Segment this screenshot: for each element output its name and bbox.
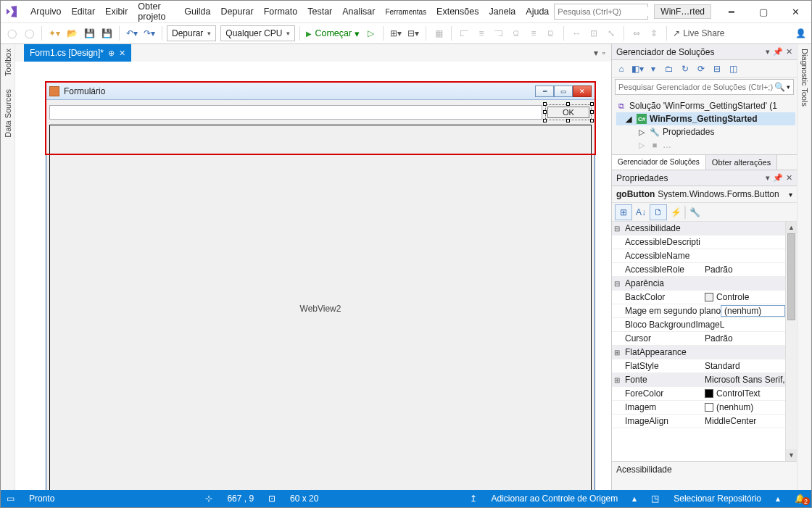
save-all-icon[interactable]: 💾 bbox=[99, 25, 115, 41]
tab-form1-design[interactable]: Form1.cs [Design]* ⊕ ✕ bbox=[24, 44, 131, 62]
source-control-icon[interactable]: ↥ bbox=[470, 494, 477, 504]
close-tab-icon[interactable]: ✕ bbox=[119, 49, 125, 58]
menu-format[interactable]: Formato bbox=[259, 4, 303, 20]
tab-get-changes[interactable]: Obter alterações bbox=[706, 155, 777, 170]
align-right-icon[interactable]: ⫎ bbox=[491, 25, 507, 41]
panel-close-icon[interactable]: ✕ bbox=[786, 47, 792, 57]
panel-close-icon[interactable]: ✕ bbox=[786, 173, 792, 183]
panel-dropdown-icon[interactable]: ▾ bbox=[766, 173, 770, 183]
menu-guild[interactable]: Guilda bbox=[179, 4, 215, 20]
menu-debug[interactable]: Depurar bbox=[215, 4, 258, 20]
new-item-icon[interactable]: ✦▾ bbox=[46, 25, 62, 41]
designer-surface[interactable]: Formulário ━ ▭ ✕ OK bbox=[15, 62, 611, 490]
platform-combo[interactable]: Qualquer CPU bbox=[220, 25, 295, 41]
properties-scrollbar[interactable]: ▲ ▼ bbox=[785, 222, 797, 461]
expander-open-icon[interactable]: ◢ bbox=[624, 114, 634, 124]
nav-fwd-icon[interactable]: ◯ bbox=[21, 25, 37, 41]
toolbox-tab[interactable]: Toolbox bbox=[4, 49, 12, 76]
ok-button-selection[interactable]: OK bbox=[545, 104, 592, 120]
sol-home-icon[interactable]: ⌂ bbox=[615, 64, 628, 74]
address-textbox[interactable] bbox=[49, 105, 542, 120]
panel-dropdown-icon[interactable]: ▾ bbox=[766, 47, 770, 57]
sol-scope-icon[interactable]: ▾ bbox=[647, 64, 660, 74]
ok-button[interactable]: OK bbox=[547, 107, 589, 118]
size-both-icon[interactable]: ⤡ bbox=[603, 25, 619, 41]
undo-icon[interactable]: ↶▾ bbox=[124, 25, 140, 41]
tree-project[interactable]: ◢ C# WinForms_GettingStarted bbox=[616, 112, 795, 125]
align-bottom-icon[interactable]: ⫒ bbox=[543, 25, 559, 41]
size-width-icon[interactable]: ↔ bbox=[568, 25, 584, 41]
menu-extensions[interactable]: Extensões bbox=[431, 4, 484, 20]
properties-view-icon[interactable]: 🗋 bbox=[650, 204, 667, 220]
quick-search-input[interactable] bbox=[558, 7, 658, 16]
save-icon[interactable]: 💾 bbox=[81, 25, 97, 41]
diagnostic-tools-tab[interactable]: Diagnostic Tools bbox=[800, 49, 809, 107]
webview2-control[interactable]: WebView2 bbox=[49, 125, 592, 490]
scroll-up-icon[interactable]: ▲ bbox=[786, 222, 797, 233]
expander-icon[interactable]: ⊟ bbox=[612, 225, 622, 233]
form-window[interactable]: Formulário ━ ▭ ✕ OK bbox=[46, 82, 595, 490]
expander-icon[interactable]: ⊞ bbox=[612, 376, 622, 384]
menu-get-project[interactable]: Obter projeto bbox=[133, 0, 179, 25]
scroll-down-icon[interactable]: ▼ bbox=[786, 449, 797, 461]
project-name-badge[interactable]: WinF…rted bbox=[654, 4, 711, 19]
solution-search-input[interactable] bbox=[618, 83, 774, 91]
chevron-down-icon[interactable]: ▾ bbox=[789, 191, 792, 199]
panel-pin-icon[interactable]: 📌 bbox=[773, 47, 783, 57]
properties-object-selector[interactable]: goButtonSystem.Windows.Forms.Button ▾ bbox=[612, 186, 797, 203]
nav-back-icon[interactable]: ◯ bbox=[4, 25, 20, 41]
status-source-control[interactable]: Adicionar ao Controle de Origem bbox=[492, 494, 618, 504]
scroll-thumb[interactable] bbox=[787, 233, 795, 320]
search-dropdown-icon[interactable]: ▾ bbox=[787, 83, 790, 91]
toolbar-misc-1-icon[interactable]: ⊞▾ bbox=[388, 25, 404, 41]
repo-icon[interactable]: ◳ bbox=[651, 494, 659, 504]
menu-help[interactable]: Ajuda bbox=[521, 4, 554, 20]
pin-icon[interactable]: ⊕ bbox=[108, 49, 115, 58]
window-minimize-icon[interactable]: ━ bbox=[716, 1, 747, 22]
status-repo[interactable]: Selecionar Repositório bbox=[674, 494, 761, 504]
start-debug-button[interactable]: Começar▾ bbox=[304, 25, 361, 41]
vspace-icon[interactable]: ⇕ bbox=[646, 25, 662, 41]
sol-refresh-icon[interactable]: ↻ bbox=[679, 64, 692, 74]
tab-overflow-icon[interactable]: ▾ bbox=[594, 48, 598, 58]
tree-solution-root[interactable]: ⧉ Solução 'WinForms_GettingStarted' (1 bbox=[616, 99, 795, 112]
form-max-icon[interactable]: ▭ bbox=[554, 86, 573, 97]
properties-grid[interactable]: ⊟Acessibilidade AccessibleDescripti Acce… bbox=[612, 222, 785, 461]
align-left-icon[interactable]: ⫍ bbox=[456, 25, 472, 41]
alphabetical-icon[interactable]: A↓ bbox=[632, 204, 650, 220]
sol-views-icon[interactable]: ◧▾ bbox=[631, 64, 644, 74]
menu-file[interactable]: Arquivo bbox=[25, 4, 66, 20]
tab-window-icon[interactable]: ▫ bbox=[602, 48, 605, 58]
property-pages-icon[interactable]: 🔧 bbox=[686, 204, 703, 220]
redo-icon[interactable]: ↷▾ bbox=[141, 25, 157, 41]
tree-more-node[interactable]: ▷■… bbox=[616, 138, 795, 151]
hspace-icon[interactable]: ⇔ bbox=[629, 25, 645, 41]
menu-view[interactable]: Exibir bbox=[100, 4, 133, 20]
tree-properties-node[interactable]: ▷ 🔧 Propriedades bbox=[616, 125, 795, 138]
liveshare-button[interactable]: ↗ Live Share bbox=[671, 25, 726, 41]
form-close-icon[interactable]: ✕ bbox=[573, 86, 592, 97]
sol-showall-icon[interactable]: 🗀 bbox=[663, 64, 676, 74]
notifications-icon[interactable]: 🔔 bbox=[795, 494, 805, 504]
window-close-icon[interactable]: ✕ bbox=[779, 1, 811, 22]
data-sources-tab[interactable]: Data Sources bbox=[4, 89, 12, 138]
start-nodebug-icon[interactable]: ▷ bbox=[362, 25, 378, 41]
sol-props-icon[interactable]: ◫ bbox=[726, 64, 740, 74]
tab-solution-explorer[interactable]: Gerenciador de Soluções bbox=[612, 155, 706, 170]
form-min-icon[interactable]: ━ bbox=[535, 86, 554, 97]
align-top-icon[interactable]: ⫑ bbox=[508, 25, 524, 41]
menu-window[interactable]: Janela bbox=[484, 4, 521, 20]
categorized-icon[interactable]: ⊞ bbox=[615, 204, 632, 220]
expander-closed-icon[interactable]: ▷ bbox=[637, 127, 647, 137]
expander-icon[interactable]: ⊟ bbox=[612, 280, 622, 288]
events-icon[interactable]: ⚡ bbox=[667, 204, 684, 220]
quick-search[interactable]: 🔍 bbox=[554, 4, 648, 20]
account-icon[interactable]: 👤 bbox=[792, 25, 808, 41]
sol-collapse-icon[interactable]: ⊟ bbox=[710, 64, 724, 74]
align-grid-icon[interactable]: ▦ bbox=[431, 25, 447, 41]
align-middle-icon[interactable]: ≡ bbox=[526, 25, 542, 41]
open-icon[interactable]: 📂 bbox=[64, 25, 80, 41]
align-center-icon[interactable]: ≡ bbox=[473, 25, 489, 41]
window-maximize-icon[interactable]: ▢ bbox=[747, 1, 779, 22]
menu-test[interactable]: Testar bbox=[302, 4, 337, 20]
